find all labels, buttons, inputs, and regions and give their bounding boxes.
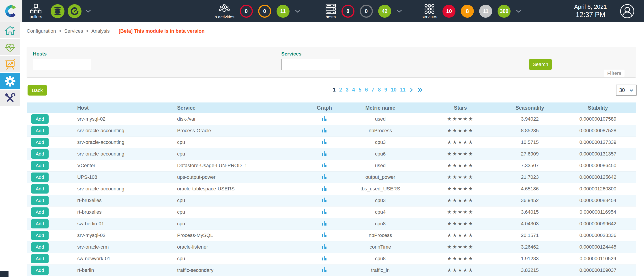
- sidebar-item-administration[interactable]: [0, 90, 20, 106]
- add-button[interactable]: Add: [31, 219, 48, 229]
- graph-icon[interactable]: [322, 174, 327, 179]
- table-row: Addsrv-oracle-accountingoracle-tablespac…: [27, 183, 636, 195]
- page-link-2[interactable]: 2: [339, 87, 342, 93]
- latency-gauge-button[interactable]: [68, 4, 82, 18]
- graph-icon[interactable]: [322, 151, 327, 156]
- pollers-status[interactable]: pollers: [30, 4, 42, 19]
- hosts-menu-chevron[interactable]: [396, 10, 402, 13]
- graph-icon[interactable]: [322, 244, 327, 249]
- sidebar-item-configuration[interactable]: [0, 73, 20, 89]
- services-status[interactable]: services: [422, 4, 437, 19]
- add-button[interactable]: Add: [31, 242, 48, 252]
- centreon-logo[interactable]: [0, 0, 22, 22]
- hosts-status[interactable]: hosts: [325, 3, 336, 19]
- add-button[interactable]: Add: [31, 254, 48, 263]
- stars-rating: ★★★★★: [421, 183, 500, 195]
- chevron-right-icon: [410, 88, 413, 92]
- search-button[interactable]: Search: [529, 59, 552, 70]
- hosts-filter-input[interactable]: [33, 59, 91, 70]
- table-row: Addsrv-mysql-02Process-MySQLnbProcess★★★…: [27, 230, 636, 241]
- graph-icon[interactable]: [322, 186, 327, 191]
- status-badge[interactable]: 0: [258, 5, 271, 18]
- filter-panel: Hosts Services Search Filters: [27, 47, 636, 77]
- graph-icon[interactable]: [322, 255, 327, 261]
- host-cell: rt-bruxelles: [74, 206, 175, 218]
- status-badge[interactable]: 11: [479, 5, 492, 18]
- graph-icon[interactable]: [322, 139, 327, 144]
- breadcrumb-analysis[interactable]: Analysis: [91, 28, 110, 34]
- page-link-4[interactable]: 4: [352, 87, 355, 93]
- chevron-down-icon: [396, 10, 402, 13]
- status-badge[interactable]: 8: [461, 5, 474, 18]
- page-link-5[interactable]: 5: [358, 87, 362, 93]
- stars-rating: ★★★★★: [421, 148, 500, 160]
- add-button[interactable]: Add: [31, 184, 48, 194]
- ba-menu-chevron[interactable]: [295, 10, 300, 13]
- sidebar-footer-block: [0, 271, 8, 277]
- page-link-11[interactable]: 11: [400, 87, 406, 93]
- user-menu-button[interactable]: [620, 4, 634, 18]
- seasonality-cell: 20.1571: [500, 230, 560, 241]
- status-badge[interactable]: 0: [360, 5, 373, 18]
- graph-icon[interactable]: [322, 127, 327, 133]
- add-button[interactable]: Add: [31, 173, 48, 182]
- hosts-status-group: hosts 0042: [325, 3, 402, 19]
- graph-icon[interactable]: [322, 116, 327, 121]
- add-button[interactable]: Add: [31, 196, 48, 205]
- page-link-8[interactable]: 8: [378, 87, 381, 93]
- sidebar-item-home[interactable]: [0, 22, 20, 38]
- status-badge[interactable]: 42: [378, 5, 391, 18]
- graph-icon[interactable]: [322, 209, 327, 214]
- add-button[interactable]: Add: [31, 266, 48, 275]
- bar-chart-icon: [322, 186, 327, 191]
- page-link-9[interactable]: 9: [384, 87, 387, 93]
- page-link-7[interactable]: 7: [372, 87, 374, 93]
- seasonality-cell: 1.91283: [500, 253, 560, 265]
- services-filter-label: Services: [281, 51, 302, 57]
- add-button[interactable]: Add: [31, 126, 48, 135]
- breadcrumb: Configuration > Services > Analysis [Bet…: [27, 28, 205, 34]
- page-link-1[interactable]: 1: [333, 87, 336, 93]
- add-button[interactable]: Add: [31, 161, 48, 170]
- services-filter-input[interactable]: [281, 59, 341, 70]
- sidebar-item-monitoring[interactable]: [0, 39, 20, 55]
- breadcrumb-services[interactable]: Services: [64, 28, 83, 34]
- add-button[interactable]: Add: [31, 138, 48, 147]
- graph-icon[interactable]: [322, 232, 327, 237]
- next-page-button[interactable]: [410, 88, 413, 92]
- ba-status[interactable]: b.activities: [214, 3, 234, 19]
- status-badge[interactable]: 10: [442, 5, 456, 18]
- stars-rating: ★★★★★: [421, 230, 500, 241]
- status-badge[interactable]: 0: [342, 5, 354, 18]
- service-column-header: Service: [175, 102, 309, 113]
- add-button[interactable]: Add: [31, 114, 48, 124]
- graph-icon[interactable]: [322, 197, 327, 203]
- breadcrumb-configuration[interactable]: Configuration: [27, 28, 56, 34]
- services-menu-chevron[interactable]: [516, 10, 521, 13]
- last-page-button[interactable]: [418, 88, 422, 92]
- add-button[interactable]: Add: [31, 149, 48, 159]
- sidebar-item-reporting[interactable]: [0, 56, 20, 72]
- metric-cell: cpu6: [340, 148, 421, 160]
- filters-toggle[interactable]: Filters: [604, 70, 624, 77]
- poller-menu-chevron[interactable]: [86, 10, 91, 13]
- graph-icon[interactable]: [322, 220, 327, 226]
- back-button[interactable]: Back: [28, 85, 47, 96]
- chevron-down-icon: [630, 89, 634, 91]
- database-status-button[interactable]: [50, 4, 64, 18]
- graph-icon[interactable]: [322, 162, 327, 168]
- page-link-3[interactable]: 3: [346, 87, 349, 93]
- add-button[interactable]: Add: [31, 231, 48, 240]
- status-badge[interactable]: 300: [498, 5, 510, 18]
- status-badge[interactable]: 0: [240, 5, 253, 18]
- status-badge[interactable]: 11: [276, 5, 290, 18]
- graph-column-header: Graph: [309, 102, 340, 113]
- graph-icon[interactable]: [322, 267, 327, 272]
- page-link-10[interactable]: 10: [391, 87, 396, 93]
- service-cell: cpu: [175, 136, 309, 148]
- add-button[interactable]: Add: [31, 207, 48, 217]
- table-row: Addsrv-oracle-accountingProcess-Oraclenb…: [27, 125, 636, 136]
- stability-cell: 0.000000099642: [560, 218, 636, 230]
- page-link-6[interactable]: 6: [365, 87, 368, 93]
- rows-per-page-select[interactable]: 30: [616, 85, 636, 96]
